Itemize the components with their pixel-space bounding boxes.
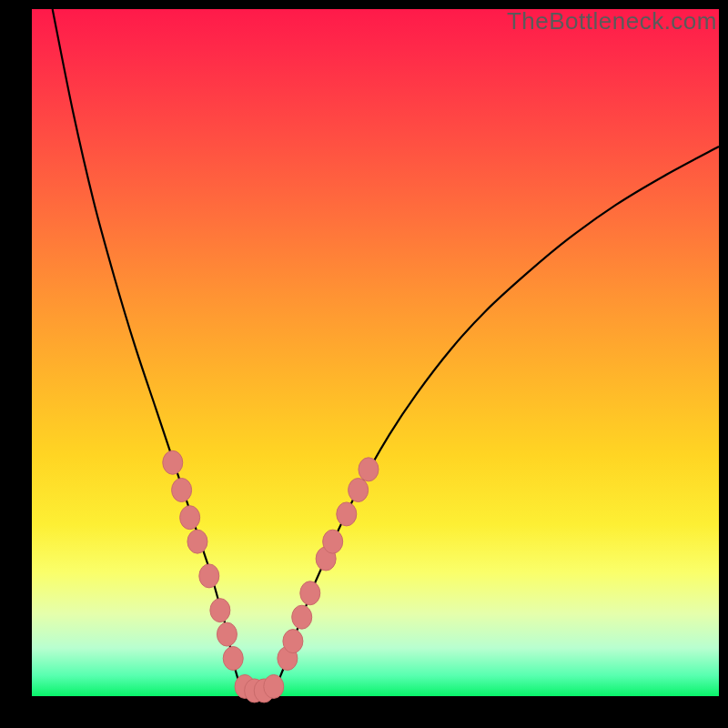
- data-marker: [210, 599, 230, 622]
- data-markers: [163, 450, 379, 703]
- curve-right-branch: [279, 147, 719, 679]
- data-marker: [359, 458, 379, 481]
- data-marker: [300, 581, 320, 605]
- data-marker: [199, 564, 219, 588]
- data-marker: [323, 530, 343, 553]
- data-marker: [187, 530, 207, 553]
- data-marker: [264, 674, 284, 698]
- data-marker: [223, 646, 243, 670]
- data-marker: [172, 479, 192, 502]
- data-marker: [292, 605, 312, 629]
- data-marker: [337, 502, 357, 526]
- data-marker: [349, 479, 369, 502]
- bottleneck-curve-plot: [32, 9, 719, 696]
- watermark-text: TheBottleneck.com: [507, 7, 717, 35]
- data-marker: [163, 450, 183, 474]
- data-marker: [283, 630, 303, 653]
- data-marker: [180, 506, 200, 530]
- chart-area: [32, 9, 719, 696]
- data-marker: [217, 622, 237, 646]
